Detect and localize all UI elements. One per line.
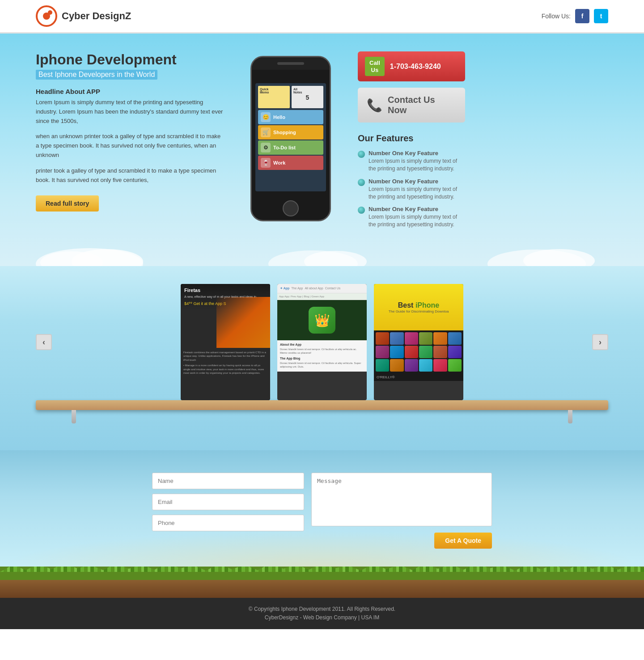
carousel-next-button[interactable]: › (592, 334, 608, 350)
facebook-button[interactable]: f (575, 9, 589, 23)
feature-name-0: Number One Key Feature (369, 150, 465, 157)
hero-right-panel: Call Us 1-703-463-9240 📞 Contact Us Now … (358, 51, 465, 234)
hero-para3: printer took a galley of type and scramb… (36, 166, 224, 185)
grass-strip (0, 567, 644, 580)
follow-area: Follow Us: f t (542, 9, 608, 23)
features-list: Number One Key Feature Lorem Ipsum is si… (358, 150, 465, 228)
follow-label: Follow Us: (542, 13, 571, 20)
name-input[interactable] (152, 473, 304, 489)
feature-desc-0: Lorem Ipsum is simply dummy text of the … (369, 157, 465, 173)
work-app-row: 🍷 Work (258, 156, 323, 170)
call-box[interactable]: Call Us 1-703-463-9240 (358, 51, 465, 81)
shelf-pins (36, 410, 608, 423)
footer-copyright: © Copyrights Iphone Development 2011. Al… (7, 605, 637, 613)
feature-item-1: Number One Key Feature Lorem Ipsum is si… (358, 178, 465, 201)
feature-content-0: Number One Key Feature Lorem Ipsum is si… (369, 150, 465, 173)
carousel-prev-button[interactable]: ‹ (36, 334, 52, 350)
hero-para1: Lorem Ipsum is simply dummy text of the … (36, 98, 224, 126)
message-textarea[interactable] (311, 473, 492, 526)
bookshelf (36, 400, 608, 410)
site-header: Cyber DesignZ Follow Us: f t (0, 0, 644, 34)
svg-point-2 (48, 10, 52, 15)
read-story-button[interactable]: Read full story (36, 195, 99, 212)
hello-app-row: 😊 Hello (258, 110, 323, 124)
phone-number: 1-703-463-9240 (390, 63, 441, 71)
portfolio-item-crown[interactable]: ✦ App The App All about App Contact Us A… (277, 284, 367, 400)
all-notes-widget: All Notes 5 (292, 86, 323, 108)
feature-name-2: Number One Key Feature (369, 206, 465, 212)
contact-label: Contact Us Now (388, 95, 456, 115)
shopping-app-row: 🛒 Shopping (258, 125, 323, 140)
feature-desc-1: Lorem Ipsum is simply dummy text of the … (369, 186, 465, 201)
feature-bullet-1 (358, 179, 365, 186)
feature-name-1: Number One Key Feature (369, 178, 465, 185)
logo-text: Cyber DesignZ (62, 10, 131, 22)
contact-us-button[interactable]: 📞 Contact Us Now (358, 88, 465, 123)
hero-headline: Headline About APP (36, 88, 224, 95)
phone-mockup: Quick Memo All Notes 5 😊 Hello (242, 51, 340, 221)
logo-area: Cyber DesignZ (36, 5, 131, 27)
logo-icon (36, 5, 57, 27)
carousel-wrapper: ‹ Firetas A new, effective way of m all … (36, 284, 608, 400)
phone-input[interactable] (152, 515, 304, 531)
shelf-pin-right (568, 410, 572, 423)
hero-para2: when an unknown printer took a galley of… (36, 132, 224, 160)
dirt-strip (0, 580, 644, 598)
feature-desc-2: Lorem Ipsum is simply dummy text of the … (369, 213, 465, 228)
hero-left: Iphone Development Best Iphone Developer… (36, 51, 224, 212)
site-footer: © Copyrights Iphone Development 2011. Al… (0, 598, 644, 629)
hero-subtitle: Best Iphone Developers in the World (36, 70, 157, 80)
contact-section: Get A Quote (0, 450, 644, 567)
carousel-items: Firetas A new, effective way of m all yo… (59, 284, 585, 400)
feature-item-2: Number One Key Feature Lorem Ipsum is si… (358, 206, 465, 228)
feature-item-0: Number One Key Feature Lorem Ipsum is si… (358, 150, 465, 173)
page-title: Iphone Development (36, 51, 224, 68)
feature-bullet-0 (358, 151, 365, 158)
todo-app-row: ⚙ To-Do list (258, 140, 323, 155)
clouds-decoration (0, 239, 644, 266)
portfolio-section: ‹ Firetas A new, effective way of m all … (0, 266, 644, 450)
shelf-pin-left (72, 410, 76, 423)
portfolio-item-firetask[interactable]: Firetas A new, effective way of m all yo… (181, 284, 270, 400)
footer-company: CyberDesignz - Web Design Company | USA … (7, 613, 637, 622)
feature-content-1: Number One Key Feature Lorem Ipsum is si… (369, 178, 465, 201)
call-us-label: Call Us (365, 57, 385, 76)
hero-section: Iphone Development Best Iphone Developer… (0, 34, 644, 266)
quick-memo-widget: Quick Memo (258, 86, 290, 108)
rainbow-decoration (0, 531, 644, 567)
feature-content-2: Number One Key Feature Lorem Ipsum is si… (369, 206, 465, 228)
email-input[interactable] (152, 494, 304, 510)
features-title: Our Features (358, 133, 465, 144)
phone-icon: 📞 (367, 98, 382, 113)
portfolio-item-best-iphone[interactable]: Best iPhone The Guide for Discriminating… (374, 284, 463, 400)
twitter-button[interactable]: t (594, 9, 608, 23)
feature-bullet-2 (358, 207, 365, 214)
